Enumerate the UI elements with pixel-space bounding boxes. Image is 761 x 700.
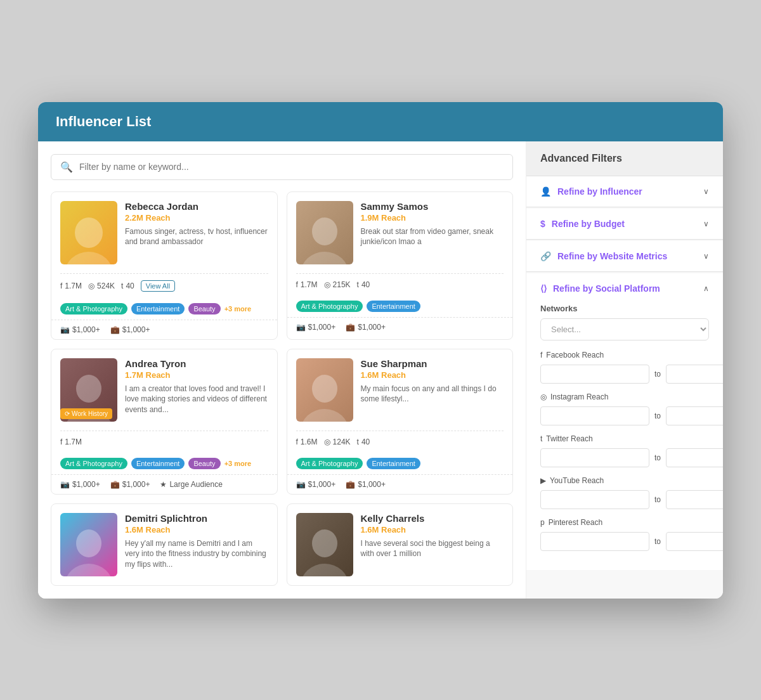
twitter-reach-min[interactable] bbox=[540, 448, 649, 467]
left-panel: 🔍 Rebecca Jordan 2.2M Reach Famous singe… bbox=[38, 141, 526, 599]
chevron-down-icon: ∨ bbox=[703, 252, 709, 261]
tag-photography: Art & Photography bbox=[60, 303, 127, 314]
budget-value2: $1,000+ bbox=[122, 480, 150, 489]
filter-section-title: $ Refine by Budget bbox=[540, 219, 625, 229]
filter-section-header-budget[interactable]: $ Refine by Budget ∨ bbox=[526, 209, 723, 239]
influencer-reach: 1.6M Reach bbox=[361, 370, 504, 380]
influencer-desc: I have several soci the biggest being a … bbox=[361, 538, 504, 560]
social-filter-body: Networks Select... f Facebook Reach to bbox=[526, 304, 723, 570]
facebook-value: 1.7M bbox=[65, 438, 82, 446]
youtube-reach-min[interactable] bbox=[540, 490, 649, 509]
work-history-label: Work History bbox=[72, 410, 108, 417]
influencer-filter-icon: 👤 bbox=[540, 186, 551, 197]
svg-point-7 bbox=[301, 409, 349, 422]
influencer-name: Rebecca Jordan bbox=[125, 201, 268, 212]
twitter-reach-inputs: to bbox=[540, 448, 709, 467]
influencer-reach: 2.2M Reach bbox=[125, 213, 268, 223]
facebook-stat: f 1.7M bbox=[60, 438, 82, 446]
filter-section-header-website[interactable]: 🔗 Refine by Website Metrics ∨ bbox=[526, 241, 723, 271]
search-input[interactable] bbox=[79, 162, 504, 172]
influencer-desc: I am a creator that loves food and trave… bbox=[125, 384, 268, 415]
right-panel: Advanced Filters 👤 Refine by Influencer … bbox=[526, 141, 723, 599]
filter-section-header-social[interactable]: ⟨⟩ Refine by Social Platform ∧ bbox=[526, 273, 723, 304]
youtube-reach-icon: ▶ bbox=[540, 476, 546, 485]
svg-point-3 bbox=[301, 252, 349, 264]
twitter-icon: t bbox=[357, 438, 359, 446]
filter-section-title: 🔗 Refine by Website Metrics bbox=[540, 251, 667, 261]
pinterest-reach-label: p Pinterest Reach bbox=[540, 518, 709, 527]
card-stats: f 1.7M ◎ 524K t 40 View All bbox=[51, 274, 277, 298]
budget-filter-label: Refine by Budget bbox=[552, 219, 625, 229]
facebook-reach-min[interactable] bbox=[540, 365, 649, 384]
twitter-reach-max[interactable] bbox=[666, 448, 723, 467]
youtube-reach-section: ▶ YouTube Reach to bbox=[540, 476, 709, 509]
budget-value1: $1,000+ bbox=[308, 480, 336, 489]
card-top: Demitri Splichtron 1.6M Reach Hey y'all … bbox=[51, 504, 277, 585]
facebook-icon: f bbox=[60, 438, 62, 446]
influencer-reach: 1.6M Reach bbox=[125, 525, 268, 535]
card-tags: Art & Photography Entertainment Beauty +… bbox=[51, 453, 277, 474]
facebook-icon: f bbox=[60, 282, 62, 290]
card-tags: Art & Photography Entertainment bbox=[287, 453, 513, 474]
pinterest-reach-min[interactable] bbox=[540, 532, 649, 551]
twitter-value: 40 bbox=[361, 438, 370, 446]
budget-value2: $1,000+ bbox=[358, 323, 386, 332]
youtube-reach-to: to bbox=[654, 495, 661, 504]
chevron-down-icon: ∨ bbox=[703, 219, 709, 228]
tag-photography: Art & Photography bbox=[296, 301, 363, 312]
influencer-desc: Famous singer, actress, tv host, influen… bbox=[125, 226, 268, 248]
facebook-reach-inputs: to bbox=[540, 365, 709, 384]
instagram-reach-min[interactable] bbox=[540, 406, 649, 425]
twitter-value: 40 bbox=[126, 282, 134, 290]
budget-value1: $1,000+ bbox=[308, 323, 336, 332]
card-top: Sammy Samos 1.9M Reach Break out star fr… bbox=[287, 192, 513, 273]
twitter-icon: t bbox=[357, 280, 359, 289]
svg-point-9 bbox=[65, 564, 113, 576]
filter-section-website: 🔗 Refine by Website Metrics ∨ bbox=[526, 241, 723, 272]
twitter-reach-section: t Twitter Reach to bbox=[540, 434, 709, 467]
app-wrapper: Influencer List 🔍 Rebecca Jorda bbox=[38, 102, 723, 599]
twitter-value: 40 bbox=[361, 280, 370, 289]
facebook-stat: f 1.7M bbox=[296, 280, 318, 289]
pinterest-reach-icon: p bbox=[540, 518, 545, 527]
website-filter-icon: 🔗 bbox=[540, 251, 551, 261]
networks-select[interactable]: Select... bbox=[540, 318, 709, 340]
instagram-icon: ◎ bbox=[88, 282, 94, 290]
card-info: Demitri Splichtron 1.6M Reach Hey y'all … bbox=[125, 513, 268, 576]
budget-value1: $1,000+ bbox=[72, 480, 100, 489]
instagram-value: 215K bbox=[333, 280, 351, 289]
pinterest-reach-max[interactable] bbox=[666, 532, 723, 551]
camera-icon: 📷 bbox=[296, 480, 306, 489]
svg-point-2 bbox=[312, 217, 337, 245]
card-stats: f 1.6M ◎ 124K t 40 bbox=[287, 431, 513, 453]
main-content: 🔍 Rebecca Jordan 2.2M Reach Famous singe… bbox=[38, 141, 723, 599]
influencer-card: Sue Sharpman 1.6M Reach My main focus on… bbox=[287, 349, 514, 495]
influencer-desc: My main focus on any and all things I do… bbox=[361, 384, 504, 405]
card-top: Sue Sharpman 1.6M Reach My main focus on… bbox=[287, 349, 513, 431]
influencer-filter-label: Refine by Influencer bbox=[557, 186, 642, 197]
view-all-button[interactable]: View All bbox=[141, 280, 175, 292]
filter-section-header-influencer[interactable]: 👤 Refine by Influencer ∨ bbox=[526, 176, 723, 207]
card-info: Kelly Charrels 1.6M Reach I have several… bbox=[361, 513, 504, 576]
filter-section-social: ⟨⟩ Refine by Social Platform ∧ Networks … bbox=[526, 273, 723, 570]
facebook-value: 1.7M bbox=[65, 282, 82, 290]
influencer-grid: Rebecca Jordan 2.2M Reach Famous singer,… bbox=[51, 191, 513, 586]
tag-beauty: Beauty bbox=[188, 303, 220, 314]
facebook-reach-label: f Facebook Reach bbox=[540, 351, 709, 360]
card-budget: 📷 $1,000+ 💼 $1,000+ bbox=[287, 317, 513, 337]
instagram-reach-to: to bbox=[654, 412, 661, 420]
tag-entertainment: Entertainment bbox=[131, 303, 185, 314]
tag-entertainment: Entertainment bbox=[367, 458, 420, 469]
influencer-name: Andrea Tyron bbox=[125, 358, 268, 369]
networks-label: Networks bbox=[540, 304, 709, 313]
work-history-badge: ⟳ Work History bbox=[60, 408, 112, 419]
instagram-reach-max[interactable] bbox=[666, 406, 723, 425]
influencer-name: Sue Sharpman bbox=[361, 358, 504, 369]
facebook-reach-max[interactable] bbox=[666, 365, 723, 384]
youtube-reach-max[interactable] bbox=[666, 490, 723, 509]
instagram-value: 524K bbox=[97, 282, 115, 290]
star-icon: ★ bbox=[160, 480, 167, 489]
instagram-stat: ◎ 524K bbox=[88, 282, 115, 290]
influencer-desc: Hey y'all my name is Demitri and I am ve… bbox=[125, 538, 268, 570]
search-icon: 🔍 bbox=[60, 161, 73, 173]
